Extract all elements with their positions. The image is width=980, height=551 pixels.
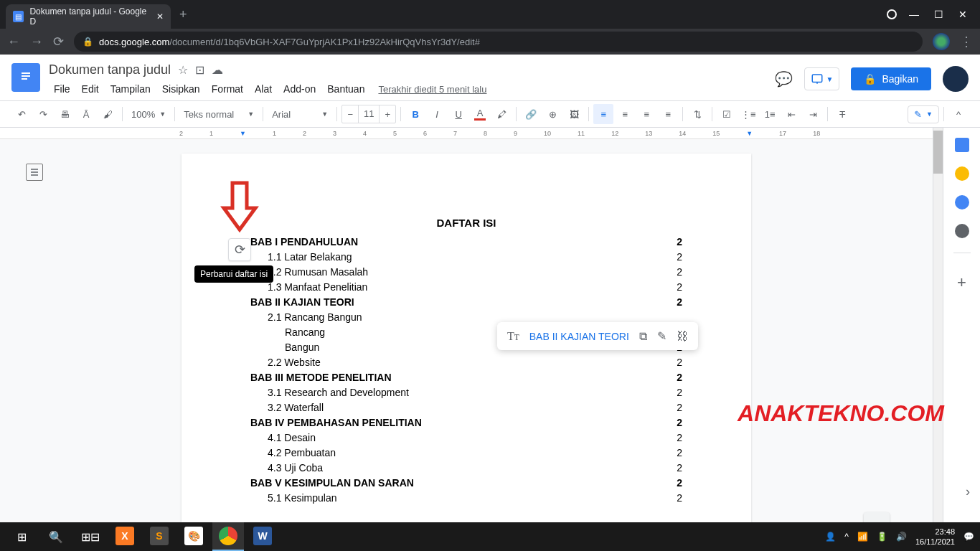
toc-entry[interactable]: 3.2 Waterfall2	[250, 400, 682, 415]
move-icon[interactable]: ⊡	[195, 63, 204, 77]
toc-entry[interactable]: BAB IV PEMBAHASAN PENELITIAN2	[250, 415, 682, 430]
present-button[interactable]: ▼	[804, 67, 840, 90]
reload-button[interactable]: ⟳	[53, 34, 64, 50]
bullet-list-button[interactable]: ⋮≡	[738, 104, 758, 124]
toc-entry[interactable]: BAB I PENDAHULUAN2	[250, 235, 682, 250]
font-size-decrease[interactable]: −	[342, 105, 358, 123]
docs-logo-icon[interactable]	[11, 63, 40, 92]
tasks-icon[interactable]	[955, 195, 969, 209]
last-edit-link[interactable]: Terakhir diedit 5 menit lalu	[378, 84, 486, 95]
paint-format-button[interactable]: 🖌	[98, 104, 118, 124]
number-list-button[interactable]: 1≡	[760, 104, 780, 124]
search-button[interactable]: 🔍	[40, 522, 72, 551]
share-button[interactable]: 🔒 Bagikan	[851, 67, 931, 90]
comments-icon[interactable]: 💬	[775, 70, 793, 88]
edit-mode-button[interactable]: ✎▼	[908, 105, 939, 123]
cloud-status-icon[interactable]: ☁	[212, 63, 223, 77]
increase-indent-button[interactable]: ⇥	[803, 104, 823, 124]
link-popup-text[interactable]: BAB II KAJIAN TEORI	[529, 331, 629, 342]
menu-file[interactable]: File	[49, 80, 75, 98]
insert-image-button[interactable]: 🖼	[564, 104, 584, 124]
menu-view[interactable]: Tampilan	[105, 80, 156, 98]
menu-help[interactable]: Bantuan	[322, 80, 369, 98]
browser-menu-icon[interactable]: ⋮	[960, 34, 973, 50]
font-size-increase[interactable]: +	[380, 105, 395, 123]
menu-addons[interactable]: Add-on	[278, 80, 321, 98]
unlink-icon[interactable]: ⛓	[677, 330, 688, 343]
contacts-icon[interactable]	[955, 224, 969, 238]
toc-entry[interactable]: 2.2 Website2	[250, 355, 682, 370]
clear-format-button[interactable]: T	[832, 104, 852, 124]
align-left-button[interactable]: ≡	[593, 104, 613, 124]
redo-button[interactable]: ↷	[33, 104, 53, 124]
people-icon[interactable]: 👤	[825, 532, 836, 542]
ruler[interactable]: 21▼123456789101112131415▼1718	[0, 128, 933, 139]
keep-icon[interactable]	[955, 166, 969, 181]
font-size-value[interactable]: 11	[358, 105, 380, 123]
menu-edit[interactable]: Edit	[77, 80, 104, 98]
italic-button[interactable]: I	[427, 104, 447, 124]
toc-entry[interactable]: BAB III METODE PENELITIAN2	[250, 370, 682, 385]
toc-entry[interactable]: 4.1 Desain2	[250, 430, 682, 446]
table-of-contents[interactable]: BAB I PENDAHULUAN21.1 Latar Belakang21.2…	[250, 235, 682, 506]
checklist-button[interactable]: ☑	[717, 104, 737, 124]
minimize-button[interactable]: —	[907, 9, 921, 20]
battery-icon[interactable]: 🔋	[877, 532, 887, 542]
menu-format[interactable]: Format	[207, 80, 248, 98]
tray-expand-icon[interactable]: ^	[844, 532, 849, 542]
edit-link-icon[interactable]: ✎	[657, 329, 666, 343]
outline-toggle-button[interactable]	[26, 164, 43, 181]
task-view-button[interactable]: ⊞⊟	[75, 522, 106, 551]
refresh-toc-button[interactable]: ⟳	[228, 238, 251, 261]
toc-entry[interactable]: BAB V KESIMPULAN DAN SARAN2	[250, 476, 682, 491]
menu-insert[interactable]: Sisipkan	[157, 80, 205, 98]
toc-entry[interactable]: 5.1 Kesimpulan2	[250, 491, 682, 506]
forward-button[interactable]: →	[30, 34, 43, 50]
toc-entry[interactable]: BAB II KAJIAN TEORI2	[250, 295, 682, 310]
clock[interactable]: 23:48 16/11/2021	[915, 527, 955, 547]
insert-link-button[interactable]: 🔗	[521, 104, 541, 124]
url-input[interactable]: 🔒 docs.google.com/document/d/1bq6VbGH-XA…	[74, 32, 923, 52]
new-tab-button[interactable]: +	[179, 7, 187, 22]
bold-button[interactable]: B	[405, 104, 425, 124]
star-icon[interactable]: ☆	[178, 63, 188, 77]
calendar-icon[interactable]	[955, 138, 969, 152]
toc-entry[interactable]: 4.2 Pembuatan2	[250, 446, 682, 461]
start-button[interactable]: ⊞	[6, 522, 37, 551]
notifications-icon[interactable]: 💬	[963, 532, 974, 542]
font-dropdown[interactable]: Arial▼	[268, 104, 332, 124]
browser-tab[interactable]: ▤ Dokumen tanpa judul - Google D ✕	[6, 4, 171, 29]
xampp-app[interactable]: X	[109, 522, 141, 551]
toc-entry[interactable]: 1.3 Manfaat Penelitian2	[250, 280, 682, 295]
underline-button[interactable]: U	[448, 104, 468, 124]
undo-button[interactable]: ↶	[11, 104, 32, 124]
zoom-dropdown[interactable]: 100%▼	[127, 104, 170, 124]
line-spacing-button[interactable]: ⇅	[687, 104, 707, 124]
align-justify-button[interactable]: ≡	[658, 104, 678, 124]
document-page[interactable]: ⟳ Perbarui daftar isi DAFTAR ISI BAB I P…	[182, 154, 751, 551]
add-addon-button[interactable]: +	[957, 273, 966, 292]
menu-tools[interactable]: Alat	[250, 80, 277, 98]
toc-entry[interactable]: 4.3 Uji Coba2	[250, 461, 682, 476]
scrollbar[interactable]	[933, 128, 943, 551]
toc-entry[interactable]: 3.1 Research and Development2	[250, 385, 682, 400]
maximize-button[interactable]: ☐	[931, 9, 946, 20]
insert-comment-button[interactable]: ⊕	[542, 104, 562, 124]
spellcheck-button[interactable]: Ā	[76, 104, 96, 124]
toc-entry[interactable]: 1.1 Latar Belakang2	[250, 250, 682, 265]
account-avatar[interactable]	[943, 66, 969, 92]
close-button[interactable]: ✕	[956, 9, 970, 20]
close-tab-icon[interactable]: ✕	[156, 11, 164, 22]
collapse-panel-icon[interactable]: ›	[966, 484, 970, 499]
extension-icon[interactable]	[933, 33, 950, 50]
style-dropdown[interactable]: Teks normal▼	[179, 104, 258, 124]
wifi-icon[interactable]: 📶	[857, 532, 868, 542]
toc-entry[interactable]: 1.2 Rumusan Masalah2	[250, 265, 682, 280]
copy-link-icon[interactable]: ⧉	[639, 330, 647, 343]
text-color-button[interactable]: A	[470, 104, 490, 124]
hide-menus-button[interactable]: ^	[948, 104, 969, 124]
sublime-app[interactable]: S	[143, 522, 175, 551]
align-right-button[interactable]: ≡	[636, 104, 656, 124]
volume-icon[interactable]: 🔊	[896, 532, 907, 542]
word-app[interactable]: W	[247, 522, 278, 551]
